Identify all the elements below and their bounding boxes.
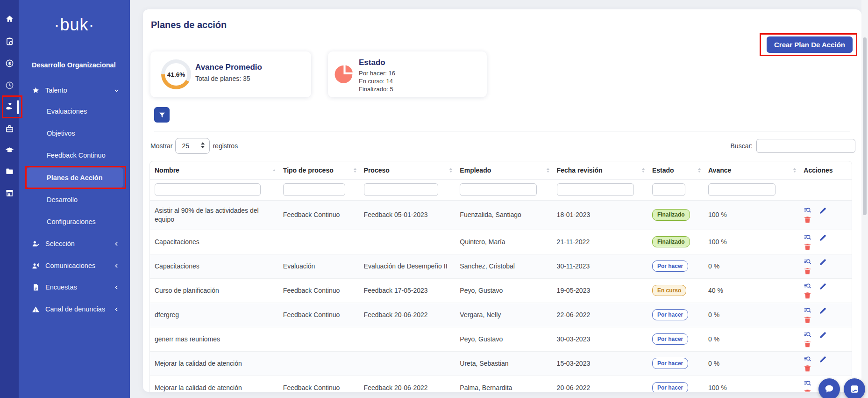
cell-estado: Por hacer (647, 327, 704, 351)
cell-tipo-proceso: Feedback Continuo (278, 303, 359, 327)
filter-button[interactable] (154, 107, 170, 123)
sidebar-item-evaluaciones[interactable]: Evaluaciones (26, 103, 123, 119)
cell-estado: Por hacer (647, 254, 704, 278)
column-header-fecha-revisión[interactable]: Fecha revisión (552, 161, 647, 179)
pencil-icon[interactable] (819, 307, 827, 315)
trash-icon[interactable] (804, 291, 811, 299)
cell-estado: Por hacer (647, 351, 704, 376)
column-filter-input-avance[interactable] (708, 183, 776, 196)
create-action-plan-button[interactable]: Crear Plan De Acción (767, 36, 853, 53)
sidebar-group-selección[interactable]: Selección (22, 236, 126, 252)
column-filter-input-proceso[interactable] (364, 183, 439, 196)
column-header-empleado[interactable]: Empleado (455, 161, 552, 179)
column-filter-input-nombre[interactable] (155, 183, 261, 196)
trash-icon[interactable] (804, 340, 811, 348)
trash-icon[interactable] (804, 316, 811, 324)
filter-cell (552, 179, 647, 200)
list-search-icon[interactable] (804, 331, 811, 339)
sidebar-group-label: Selección (45, 240, 75, 247)
stepper-icon (201, 142, 205, 148)
cell-nombre: Asistir al 90% de las actividades del eq… (150, 200, 278, 230)
scrollbar-thumb[interactable] (863, 37, 867, 215)
list-search-icon[interactable] (804, 207, 811, 215)
cell-empleado: Palma, Bernardita (455, 376, 552, 392)
column-header-estado[interactable]: Estado (647, 161, 704, 179)
sidebar-item-feedback-continuo[interactable]: Feedback Continuo (26, 147, 123, 163)
help-fab-button[interactable] (844, 378, 865, 398)
search-row: Buscar: (731, 139, 855, 153)
rail-button-hand-heart[interactable] (0, 97, 19, 117)
trash-icon[interactable] (804, 216, 811, 224)
page-title: Planes de acción (151, 20, 227, 30)
pencil-icon[interactable] (819, 331, 827, 339)
sidebar-group-comunicaciones[interactable]: Comunicaciones (22, 258, 126, 274)
list-search-icon[interactable] (804, 355, 811, 363)
column-filter-input-tipo-de-proceso[interactable] (283, 183, 345, 196)
cell-nombre: Capacitaciones (150, 254, 278, 278)
rail-button-home[interactable] (0, 10, 19, 29)
status-badge: Por hacer (652, 333, 688, 345)
status-badge: Por hacer (652, 309, 688, 320)
column-header-tipo-de-proceso[interactable]: Tipo de proceso (278, 161, 359, 179)
cell-proceso: Feedback 20-06-2022 (359, 376, 455, 392)
trash-icon[interactable] (804, 243, 811, 251)
chat-fab-button[interactable] (818, 378, 840, 398)
pencil-icon[interactable] (819, 282, 827, 290)
trash-icon[interactable] (804, 267, 811, 275)
estado-card: Estado Por hacer: 16En curso: 14Finaliza… (328, 51, 487, 97)
filter-cell (359, 179, 455, 200)
trash-icon[interactable] (804, 364, 811, 372)
cell-proceso (359, 327, 455, 351)
filter-cell (799, 179, 852, 200)
cell-fecha-revision: 19-05-2023 (552, 278, 647, 303)
folder-icon (5, 167, 14, 178)
cell-empleado: Peyo, Gustavo (455, 278, 552, 303)
sidebar-group-canal-de-denuncias[interactable]: Canal de denuncias (22, 301, 126, 317)
pencil-icon[interactable] (819, 207, 827, 215)
cell-fecha-revision: 30-03-2023 (552, 327, 647, 351)
scrollbar-track[interactable] (861, 0, 868, 398)
rail-button-graduation-cap[interactable] (0, 141, 19, 161)
cell-fecha-revision: 20-06-2022 (552, 376, 647, 392)
list-search-icon[interactable] (804, 307, 811, 315)
list-search-icon[interactable] (804, 380, 811, 388)
table-row: Curso de planificaciónFeedback ContinuoF… (150, 278, 852, 303)
column-filter-input-estado[interactable] (652, 183, 685, 196)
cell-nombre: generr mas reuniomes (150, 327, 278, 351)
rail-button-storefront[interactable] (0, 184, 19, 203)
column-filter-input-fecha-revisión[interactable] (557, 183, 634, 196)
pencil-icon[interactable] (819, 258, 827, 266)
estado-pie-chart-icon (334, 65, 354, 84)
page-size-select[interactable]: 25 (175, 138, 210, 154)
sidebar-item-planes-de-acción[interactable]: Planes de Acción (26, 167, 123, 188)
pencil-icon[interactable] (819, 234, 827, 242)
icon-rail: $ (0, 0, 19, 398)
column-filter-input-empleado[interactable] (460, 183, 537, 196)
rail-button-clock[interactable] (0, 76, 19, 96)
rail-button-folder[interactable] (0, 162, 19, 182)
pencil-icon[interactable] (819, 355, 827, 363)
app-root: $ ·buk· Desarrollo Organizacional Talent… (0, 0, 868, 398)
storefront-icon (5, 188, 14, 199)
trash-icon[interactable] (804, 389, 811, 392)
list-search-icon[interactable] (804, 282, 811, 290)
sidebar-item-objetivos[interactable]: Objetivos (26, 125, 123, 141)
list-search-icon[interactable] (804, 234, 811, 242)
cell-nombre: Curso de planificación (150, 278, 278, 303)
cell-estado: Por hacer (647, 303, 704, 327)
status-badge: En curso (652, 285, 686, 296)
column-header-nombre[interactable]: Nombre (150, 161, 278, 179)
rail-button-dollar-coin[interactable]: $ (0, 54, 19, 74)
sidebar-item-configuraciones[interactable]: Configuraciones (26, 214, 123, 230)
sidebar-item-desarrollo[interactable]: Desarrollo (26, 192, 123, 208)
search-input[interactable] (756, 139, 855, 153)
avance-card-title: Avance Promedio (195, 63, 262, 72)
sidebar-group-encuestas[interactable]: Encuestas (22, 279, 126, 295)
rail-button-briefcase[interactable] (0, 120, 19, 139)
column-header-avance[interactable]: Avance (704, 161, 799, 179)
sidebar-group-talento[interactable]: Talento (22, 82, 126, 98)
column-header-proceso[interactable]: Proceso (359, 161, 455, 179)
list-search-icon[interactable] (804, 258, 811, 266)
rail-button-clipboard-clock[interactable] (0, 32, 19, 52)
cell-fecha-revision: 18-01-2023 (552, 200, 647, 230)
